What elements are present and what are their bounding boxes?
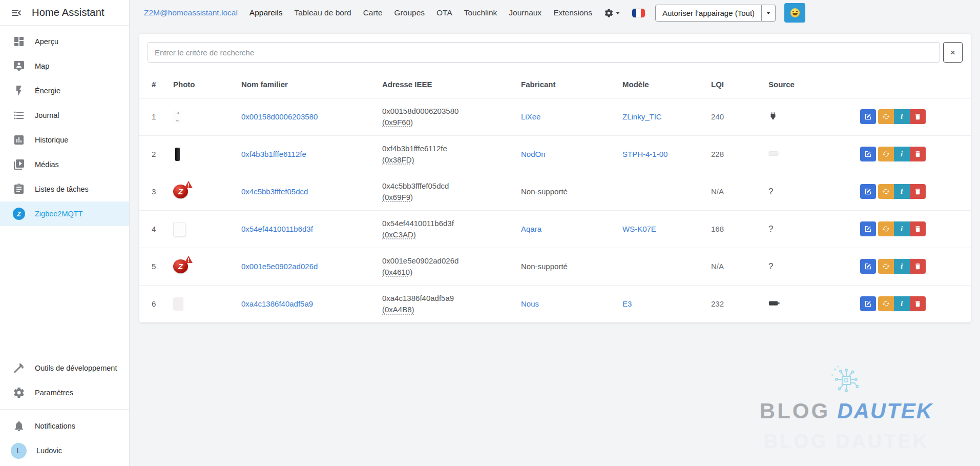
sidebar-item-listes-de-taches[interactable]: Listes de tâches (0, 177, 129, 201)
permit-join-button[interactable]: Autoriser l’appairage (Tout) (655, 5, 762, 22)
network-address-link[interactable]: (0xA4B8) (382, 305, 414, 314)
device-info-button[interactable]: i (894, 147, 910, 161)
settings-dropdown[interactable] (604, 8, 620, 18)
vendor-link[interactable]: LiXee (521, 112, 540, 121)
chevron-down-icon (766, 12, 770, 14)
sidebar-item-parametres[interactable]: Paramètres (0, 380, 129, 405)
model-link[interactable]: STPH-4-1-00 (622, 150, 668, 158)
device-info-button[interactable]: i (894, 296, 910, 311)
chart-box-icon (13, 134, 25, 146)
remove-device-button[interactable] (910, 296, 926, 311)
model-link[interactable]: WS-K07E (622, 225, 656, 233)
remove-device-button[interactable] (910, 259, 926, 274)
vendor-link[interactable]: NodOn (521, 150, 546, 158)
tab-groupes[interactable]: Groupes (394, 8, 425, 17)
remove-device-button[interactable] (910, 147, 926, 161)
network-address-link[interactable]: (0x9F60) (382, 118, 413, 127)
ieee-address: 0x54ef4410011b6d3f (382, 219, 511, 228)
model-link[interactable]: ZLinky_TIC (622, 112, 662, 121)
sidebar-item-user[interactable]: L Ludovic (0, 438, 129, 463)
sidebar-item-map[interactable]: Map (0, 54, 129, 78)
permit-join-split-button: Autoriser l’appairage (Tout) (655, 5, 776, 22)
tab-extensions[interactable]: Extensions (553, 8, 592, 17)
permit-join-caret-button[interactable] (762, 5, 776, 22)
column-lqi[interactable]: LQI (706, 71, 763, 98)
sidebar-item-label: Médias (35, 160, 59, 169)
tab-tableau-de-bord[interactable]: Tableau de bord (294, 8, 351, 17)
clear-search-button[interactable]: × (943, 42, 963, 63)
remove-device-button[interactable] (910, 221, 926, 236)
column-fabricant[interactable]: Fabricant (516, 71, 617, 98)
model-link[interactable]: E3 (622, 299, 632, 308)
french-flag-icon[interactable] (632, 8, 645, 18)
column-source[interactable]: Source (763, 71, 815, 98)
remove-device-button[interactable] (910, 109, 926, 124)
edit-icon (864, 262, 872, 270)
reconfigure-device-button[interactable] (878, 221, 894, 236)
device-name-link[interactable]: 0xa4c1386f40adf5a9 (241, 299, 313, 308)
sidebar-item-outils-dev[interactable]: Outils de développement (0, 356, 129, 380)
column-num[interactable]: # (139, 71, 168, 98)
gear-icon (13, 387, 25, 399)
device-photo (173, 146, 192, 163)
search-input[interactable] (148, 42, 940, 63)
device-info-button[interactable]: i (894, 221, 910, 236)
device-name-link[interactable]: 0x001e5e0902ad026d (241, 262, 318, 271)
rename-device-button[interactable] (860, 184, 876, 199)
rename-device-button[interactable] (860, 109, 876, 124)
reconfigure-device-button[interactable] (878, 184, 894, 199)
trash-icon (914, 113, 922, 120)
reconfigure-device-button[interactable] (878, 147, 894, 161)
column-adresse-ieee[interactable]: Adresse IEEE (377, 71, 516, 98)
network-address-link[interactable]: (0xC3AD) (382, 230, 416, 239)
sidebar-item-zigbee2mqtt[interactable]: Z Zigbee2MQTT (0, 201, 129, 226)
sidebar-item-energie[interactable]: Énergie (0, 78, 129, 103)
watermark: BLOGDAUTEK BLOG DAUTEK (741, 364, 951, 453)
vendor-link[interactable]: Aqara (521, 225, 541, 233)
vendor-link[interactable]: Non-supporté (521, 262, 568, 271)
sidebar-item-journal[interactable]: Journal (0, 103, 129, 128)
device-name-link[interactable]: 0x54ef4410011b6d3f (241, 225, 313, 233)
row-number: 3 (139, 173, 168, 210)
vendor-link[interactable]: Non-supporté (521, 187, 568, 196)
remove-device-button[interactable] (910, 184, 926, 199)
tab-journaux[interactable]: Journaux (509, 8, 541, 17)
row-actions: i (820, 221, 966, 236)
device-photo-image (175, 148, 180, 161)
battery-faint-icon (768, 150, 780, 157)
tab-touchlink[interactable]: Touchlink (464, 8, 497, 17)
reconfigure-device-button[interactable] (878, 109, 894, 124)
tab-ota[interactable]: OTA (436, 8, 452, 17)
tab-carte[interactable]: Carte (363, 8, 383, 17)
menu-open-icon[interactable] (10, 7, 23, 19)
reconfigure-device-button[interactable] (878, 296, 894, 311)
device-info-button[interactable]: i (894, 259, 910, 274)
column-photo[interactable]: Photo (168, 71, 236, 98)
rename-device-button[interactable] (860, 296, 876, 311)
rename-device-button[interactable] (860, 259, 876, 274)
reconfigure-device-button[interactable] (878, 259, 894, 274)
device-info-button[interactable]: i (894, 109, 910, 124)
network-address-link[interactable]: (0x4610) (382, 268, 412, 276)
device-name-link[interactable]: 0x00158d0006203580 (241, 112, 318, 121)
sidebar-item-label: Journal (35, 111, 59, 119)
device-name-link[interactable]: 0xf4b3b1fffe6112fe (241, 150, 306, 158)
sidebar-item-medias[interactable]: Médias (0, 152, 129, 177)
column-modele[interactable]: Modèle (617, 71, 706, 98)
network-address-link[interactable]: (0x38FD) (382, 155, 414, 164)
permit-join-emoji-button[interactable] (784, 3, 805, 23)
z2m-brand-link[interactable]: Z2M@homeassistant.local (144, 8, 238, 17)
device-name-link[interactable]: 0x4c5bb3fffef05dcd (241, 187, 308, 196)
network-address-link[interactable]: (0x69F9) (382, 193, 413, 201)
rename-device-button[interactable] (860, 147, 876, 161)
column-nom-familier[interactable]: Nom familier (236, 71, 377, 98)
device-info-button[interactable]: i (894, 184, 910, 199)
vendor-link[interactable]: Nous (521, 299, 539, 308)
rename-device-button[interactable] (860, 221, 876, 236)
sidebar-item-apercu[interactable]: Aperçu (0, 29, 129, 54)
sidebar-item-label: Historique (35, 136, 68, 144)
row-number: 1 (139, 98, 168, 135)
tab-appareils[interactable]: Appareils (249, 8, 283, 17)
sidebar-item-notifications[interactable]: Notifications (0, 414, 129, 438)
sidebar-item-historique[interactable]: Historique (0, 128, 129, 152)
